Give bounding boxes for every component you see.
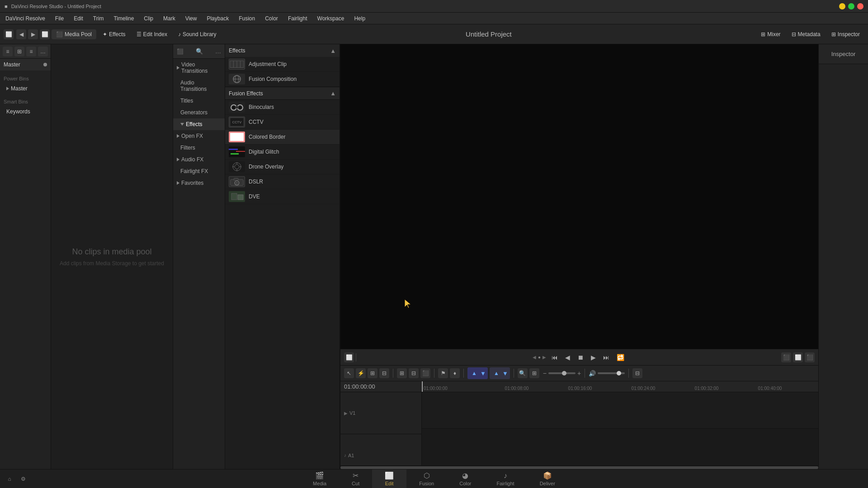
toolbar-back[interactable]: ◀ [16, 29, 26, 39]
menu-mark[interactable]: Mark [161, 14, 177, 23]
effects-section-header[interactable]: Effects ▲ [225, 44, 340, 57]
bins-keywords[interactable]: Keywords [0, 107, 51, 117]
toolbox-filters[interactable]: Filters [173, 142, 225, 154]
stop-button[interactable]: ⏹ [576, 353, 585, 362]
effect-digital-glitch[interactable]: Digital Glitch [225, 145, 340, 160]
nav-fairlight[interactable]: ♪ Fairlight [484, 469, 527, 488]
nav-color[interactable]: ◕ Color [447, 469, 484, 488]
fusion-effects-header[interactable]: Fusion Effects ▲ [225, 87, 340, 100]
menu-workspace[interactable]: Workspace [316, 14, 346, 23]
inspector-button[interactable]: ⊞ Inspector [827, 29, 864, 39]
toolbox-effects[interactable]: Effects [173, 118, 225, 130]
loop-button[interactable]: 🔁 [615, 353, 626, 362]
preview-fullscreen[interactable]: ⬜ [793, 352, 803, 362]
edit-index-tab[interactable]: ☰ Edit Index [132, 29, 172, 39]
toolbox-more[interactable]: … [215, 48, 221, 55]
toolbox-generators[interactable]: Generators [173, 107, 225, 118]
menu-clip[interactable]: Clip [142, 14, 155, 23]
minimize-button[interactable] [839, 3, 845, 9]
toolbar-icon1[interactable]: ⬜ [4, 29, 14, 39]
bins-more[interactable]: … [38, 47, 48, 56]
volume-slider[interactable] [598, 372, 625, 374]
menu-file[interactable]: File [53, 14, 66, 23]
effect-dslr[interactable]: DSLR [225, 174, 340, 189]
effect-item-fusion[interactable]: Fusion Composition [225, 72, 340, 87]
tl-minus[interactable]: − [543, 370, 547, 377]
toolbox-favorites[interactable]: Favorites [173, 177, 225, 189]
effects-collapse-icon[interactable]: ▲ [330, 47, 336, 54]
tl-zoom-in[interactable]: ⊞ [397, 368, 407, 378]
toolbox-video-transitions[interactable]: Video Transitions [173, 59, 225, 77]
menu-fusion[interactable]: Fusion [237, 14, 257, 23]
toolbar-forward[interactable]: ▶ [28, 29, 38, 39]
tl-zoom-search[interactable]: 🔍 [518, 368, 528, 378]
metadata-button[interactable]: ⊟ Metadata [787, 29, 825, 39]
toolbox-search[interactable]: 🔍 [196, 48, 203, 55]
bins-grid-view[interactable]: ⊞ [14, 47, 24, 56]
tl-dropdown2[interactable]: ▼ [502, 370, 508, 377]
tl-color-b[interactable]: ▲ [491, 368, 501, 378]
toolbox-audio-transitions[interactable]: Audio Transitions [173, 77, 225, 95]
tl-crop[interactable]: ⬛ [420, 368, 430, 378]
menu-view[interactable]: View [184, 14, 199, 23]
bins-master[interactable]: Master [0, 59, 51, 70]
tl-slip-tool[interactable]: ⊟ [379, 368, 389, 378]
menu-color[interactable]: Color [263, 14, 280, 23]
tl-settings[interactable]: ⊟ [632, 368, 642, 378]
tl-zoom-out[interactable]: ⊟ [409, 368, 419, 378]
tl-zoom-fit[interactable]: ⊞ [529, 368, 539, 378]
nav-fusion[interactable]: ⬡ Fusion [406, 469, 447, 488]
tl-color-a[interactable]: ▲ [469, 368, 479, 378]
media-pool-tab[interactable]: ⬛ Media Pool [52, 29, 96, 39]
toolbar-icon2[interactable]: ⬜ [40, 29, 50, 39]
tl-dropdown[interactable]: ▼ [480, 370, 486, 377]
nav-deliver[interactable]: 📦 Deliver [527, 469, 568, 488]
menu-trim[interactable]: Trim [91, 14, 106, 23]
tl-razor-tool[interactable]: ⚡ [356, 368, 366, 378]
tl-zoom-slider[interactable] [548, 372, 576, 374]
toolbox-audio-fx[interactable]: Audio FX [173, 154, 225, 165]
prev-frame-button[interactable]: ◀ [563, 353, 572, 362]
timeline-scrollbar[interactable] [340, 465, 818, 469]
effects-tab[interactable]: ✦ Effects [98, 29, 130, 39]
bins-master-item[interactable]: Master [0, 84, 51, 94]
play-button[interactable]: ▶ [589, 353, 598, 362]
menu-fairlight[interactable]: Fairlight [286, 14, 309, 23]
effect-drone-overlay[interactable]: Drone Overlay [225, 160, 340, 174]
toolbox-titles[interactable]: Titles [173, 95, 225, 107]
fusion-effects-collapse[interactable]: ▲ [330, 90, 336, 97]
settings-button[interactable]: ⚙ [18, 474, 28, 484]
effect-dve[interactable]: DVE [225, 189, 340, 204]
bins-list-view[interactable]: ≡ [26, 47, 36, 56]
effect-colored-border[interactable]: Colored Border [225, 130, 340, 145]
menu-help[interactable]: Help [352, 14, 367, 23]
effect-cctv[interactable]: CCTV CCTV [225, 115, 340, 130]
menu-timeline[interactable]: Timeline [112, 14, 136, 23]
nav-media[interactable]: 🎬 Media [300, 469, 339, 488]
effect-item-adjustment[interactable]: Adjustment Clip [225, 57, 340, 72]
preview-resize[interactable]: ⬛ [781, 352, 791, 362]
mixer-button[interactable]: ⊞ Mixer [756, 29, 785, 39]
menu-playback[interactable]: Playback [205, 14, 231, 23]
nav-edit[interactable]: ⬜ Edit [372, 469, 406, 488]
preview-size[interactable]: ⬛ [805, 352, 815, 362]
bins-toggle[interactable]: ≡ [3, 47, 13, 56]
sound-library-tab[interactable]: ♪ Sound Library [174, 29, 221, 39]
close-button[interactable] [857, 3, 863, 9]
menu-davinci-resolve[interactable]: DaVinci Resolve [4, 14, 47, 23]
toolbox-open-fx[interactable]: Open FX [173, 130, 225, 142]
nav-cut[interactable]: ✂ Cut [339, 469, 372, 488]
go-to-start-button[interactable]: ⏮ [550, 353, 560, 362]
tl-trim-tool[interactable]: ⊞ [368, 368, 377, 378]
tl-select-tool[interactable]: ↖ [344, 368, 354, 378]
menu-edit[interactable]: Edit [72, 14, 85, 23]
tl-plus[interactable]: + [577, 370, 581, 377]
effect-binoculars[interactable]: Binoculars [225, 100, 340, 115]
volume-icon[interactable]: 🔊 [589, 370, 596, 377]
toolbox-fairlight-fx[interactable]: Fairlight FX [173, 165, 225, 177]
maximize-button[interactable] [848, 3, 854, 9]
home-button[interactable]: ⌂ [5, 474, 14, 484]
tl-marker[interactable]: ♦ [450, 368, 460, 378]
preview-toggle[interactable]: ⬜ [344, 352, 354, 362]
tl-flag[interactable]: ⚑ [438, 368, 448, 378]
